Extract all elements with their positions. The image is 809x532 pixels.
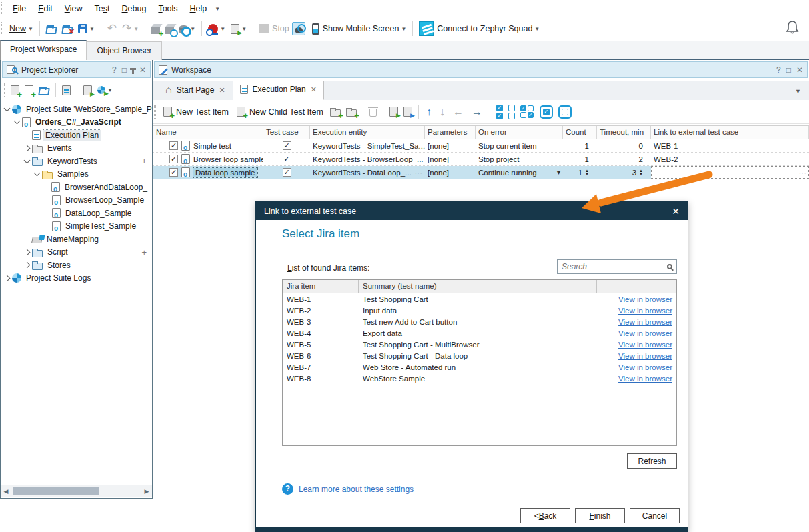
toolbar-grip[interactable] (1, 2, 3, 15)
connect-zephyr-button[interactable]: Connect to Zephyr Squad ▼ (416, 20, 542, 37)
cell-test-case[interactable]: ✓ (263, 153, 310, 165)
jira-item-row[interactable]: WEB-7Web Store - Automated runView in br… (283, 361, 676, 373)
jira-item-row[interactable]: WEB-1Test Shopping CartView in browser (283, 293, 676, 305)
tree-item-dataloop-sample[interactable]: DataLoop_Sample (1, 207, 152, 220)
view-in-browser-link[interactable]: View in browser (597, 295, 676, 303)
add-icon[interactable]: + (141, 156, 147, 166)
dialog-close-icon[interactable]: ✕ (672, 206, 680, 217)
checkbox[interactable]: ✓ (283, 168, 291, 177)
tree-item-simpletest-sample[interactable]: SimpleTest_Sample (1, 220, 152, 233)
cell-on-error[interactable]: Continue running▾ (476, 166, 563, 179)
cell-on-error[interactable]: Stop project (476, 153, 563, 165)
project-explorer-header[interactable]: Project Explorer ? □ ✕ (2, 61, 151, 78)
menu-item-help[interactable]: Help (184, 1, 213, 16)
tree-item-events[interactable]: Events (1, 142, 152, 155)
chevron-down-icon[interactable] (24, 157, 31, 163)
record-button[interactable]: ▼ (205, 23, 228, 35)
menu-item-tools[interactable]: Tools (152, 1, 183, 16)
cell-parameters[interactable]: [none] (425, 139, 476, 152)
jira-item-row[interactable]: WEB-2Input dataView in browser (283, 305, 676, 316)
view-in-browser-link[interactable]: View in browser (597, 329, 676, 337)
debug-target-toggle[interactable] (292, 22, 305, 35)
tree-item-keywordtests[interactable]: KeywordTests+ (1, 155, 152, 168)
toolbar-grip[interactable] (1, 22, 3, 35)
horizontal-scrollbar[interactable]: ◀ ▶ (1, 485, 152, 497)
chevron-down-icon[interactable] (34, 170, 41, 177)
jira-item-row[interactable]: WEB-5Test Shopping Cart - MultiBrowserVi… (283, 339, 676, 350)
view-in-browser-link[interactable]: View in browser (597, 318, 676, 326)
notifications-bell-icon[interactable] (785, 19, 800, 37)
cell-name[interactable]: ✓Data loop sample (153, 166, 263, 179)
dropdown-chevron-icon[interactable]: ▾ (557, 169, 560, 176)
menu-item-debug[interactable]: Debug (116, 1, 153, 16)
save-button[interactable]: ▼ (75, 23, 97, 35)
chevron-right-icon[interactable] (24, 249, 31, 255)
tree-item-browseranddataloop-[interactable]: BrowserAndDataLoop_ (1, 181, 152, 194)
menubar-overflow-chevron-icon[interactable]: ▼ (215, 6, 220, 12)
maximize-icon[interactable]: □ (786, 65, 791, 75)
tree-item-namemapping[interactable]: NameMapping (1, 233, 152, 246)
tree-item-browserloop-sample[interactable]: BrowserLoop_Sample (1, 194, 152, 207)
cancel-button[interactable]: Cancel (630, 508, 680, 523)
tree-item-stores[interactable]: Stores (1, 259, 152, 272)
checkbox[interactable]: ✓ (283, 155, 291, 163)
checkbox[interactable]: ✓ (169, 141, 178, 150)
jira-item-row[interactable]: WEB-4Export dataView in browser (283, 327, 676, 339)
jira-item-row[interactable]: WEB-3Test new Add to Cart buttonView in … (283, 316, 676, 327)
spinner-control[interactable]: ▲▼ (585, 169, 589, 176)
cell-parameters[interactable]: [none] (425, 153, 476, 165)
spinner-control[interactable]: ▲▼ (639, 169, 643, 176)
delete-button[interactable] (367, 105, 379, 118)
cell-parameters[interactable]: [none] (425, 166, 476, 179)
tree-item-orders-c-javascript[interactable]: Orders_C#_JavaScript (1, 116, 152, 129)
checkbox[interactable]: ✓ (169, 155, 178, 163)
ellipsis-button[interactable]: ··· (413, 169, 423, 177)
column-header-test-case[interactable]: Test case (263, 126, 310, 139)
add-icon[interactable]: + (141, 247, 147, 257)
cell-link-external[interactable]: ··· (651, 166, 809, 179)
menu-item-edit[interactable]: Edit (32, 1, 59, 16)
cell-execution-entity[interactable]: KeywordTests - BrowserLoop_... (310, 153, 425, 165)
organize-button[interactable] (59, 84, 73, 97)
column-header-parameters[interactable]: Parameters (425, 126, 476, 139)
refresh-button[interactable]: Refresh (627, 453, 677, 469)
spin-down-icon[interactable]: ▼ (585, 173, 589, 176)
tree-item-project-suite-logs[interactable]: Project Suite Logs (1, 272, 152, 285)
chevron-right-icon[interactable] (24, 262, 31, 269)
scrollbar-thumb[interactable] (13, 487, 99, 495)
tab-list-chevron-icon[interactable]: ▼ (795, 88, 801, 95)
stop-button[interactable]: Stop (257, 23, 292, 35)
check-selected-button[interactable]: ✓ (537, 104, 556, 120)
tree-item-execution-plan[interactable]: Execution Plan (1, 129, 152, 142)
checkbox[interactable]: ✓ (283, 141, 291, 150)
jira-item-row[interactable]: WEB-8WebStore SampleView in browser (283, 373, 676, 384)
invert-checks-button[interactable]: ✓✓ (518, 104, 537, 119)
jira-item-row[interactable]: WEB-6Test Shopping Cart - Data loopView … (283, 350, 676, 361)
cell-name[interactable]: ✓Simple test (153, 139, 263, 152)
view-in-browser-link[interactable]: View in browser (597, 307, 676, 315)
search-input[interactable] (562, 262, 667, 271)
workspace-header[interactable]: Workspace ? □ ✕ (154, 61, 808, 78)
jira-column-header[interactable] (597, 280, 676, 293)
close-project-button[interactable] (59, 23, 75, 35)
uncheck-selected-button[interactable] (556, 104, 574, 120)
cell-timeout[interactable]: 0 (597, 139, 651, 152)
close-tab-icon[interactable]: ✕ (219, 86, 225, 95)
cell-timeout[interactable]: 2 (597, 153, 651, 165)
column-header-count[interactable]: Count (563, 126, 597, 139)
learn-more-link[interactable]: Learn more about these settings (299, 485, 414, 494)
view-in-browser-link[interactable]: View in browser (597, 341, 676, 349)
dialog-title-bar[interactable]: Link to external test case ✕ (256, 202, 688, 220)
jira-column-header-jira-item[interactable]: Jira item (283, 280, 359, 293)
show-mobile-screen-button[interactable]: Show Mobile Screen ▼ (309, 22, 410, 36)
data-settings-button[interactable]: ▼ (177, 23, 198, 35)
toolbar-grip[interactable] (3, 83, 5, 97)
back-button[interactable]: < Back (520, 508, 570, 523)
move-up-icon[interactable]: ↑ (422, 106, 436, 118)
move-right-icon[interactable]: → (468, 106, 486, 118)
tree-item-samples[interactable]: Samples (1, 168, 152, 181)
cell-test-case[interactable]: ✓ (263, 166, 310, 179)
run-project-button[interactable] (81, 84, 95, 97)
map-object-button[interactable] (163, 23, 177, 35)
pin-icon[interactable] (132, 68, 134, 74)
